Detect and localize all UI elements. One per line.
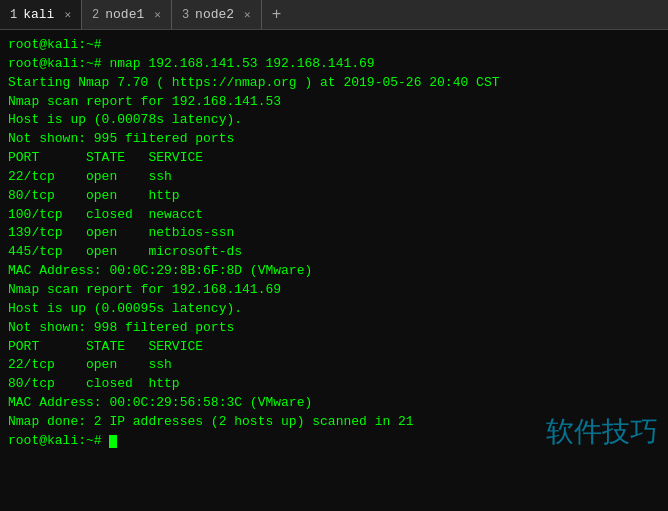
tab-node2-num: 3 <box>182 8 189 22</box>
tab-bar: 1 kali ✕ 2 node1 ✕ 3 node2 ✕ + <box>0 0 668 30</box>
terminal-line: Nmap scan report for 192.168.141.53 <box>8 93 660 112</box>
terminal-line: 139/tcp open netbios-ssn <box>8 224 660 243</box>
terminal-line: Not shown: 995 filtered ports <box>8 130 660 149</box>
terminal-line: Host is up (0.00095s latency). <box>8 300 660 319</box>
tab-kali-close[interactable]: ✕ <box>64 8 71 21</box>
tab-node2-label: node2 <box>195 7 234 22</box>
terminal-line: 100/tcp closed newacct <box>8 206 660 225</box>
tab-node1[interactable]: 2 node1 ✕ <box>82 0 172 29</box>
terminal-line: PORT STATE SERVICE <box>8 338 660 357</box>
terminal-line: MAC Address: 00:0C:29:56:58:3C (VMware) <box>8 394 660 413</box>
terminal-line: MAC Address: 00:0C:29:8B:6F:8D (VMware) <box>8 262 660 281</box>
tab-node2-close[interactable]: ✕ <box>244 8 251 21</box>
terminal-line: 22/tcp open ssh <box>8 168 660 187</box>
tab-kali-num: 1 <box>10 8 17 22</box>
terminal-output[interactable]: root@kali:~#root@kali:~# nmap 192.168.14… <box>0 30 668 511</box>
tab-node1-num: 2 <box>92 8 99 22</box>
terminal-line: Starting Nmap 7.70 ( https://nmap.org ) … <box>8 74 660 93</box>
terminal-line: 80/tcp open http <box>8 187 660 206</box>
tab-kali-label: kali <box>23 7 54 22</box>
terminal-line: root@kali:~# <box>8 36 660 55</box>
terminal-line: Nmap scan report for 192.168.141.69 <box>8 281 660 300</box>
terminal-line: PORT STATE SERVICE <box>8 149 660 168</box>
tab-node1-close[interactable]: ✕ <box>154 8 161 21</box>
terminal-cursor <box>109 435 117 448</box>
terminal-line: 445/tcp open microsoft-ds <box>8 243 660 262</box>
terminal-line: Host is up (0.00078s latency). <box>8 111 660 130</box>
tab-add-button[interactable]: + <box>262 0 292 29</box>
terminal-line: Nmap done: 2 IP addresses (2 hosts up) s… <box>8 413 660 432</box>
terminal-line: 80/tcp closed http <box>8 375 660 394</box>
tab-node2[interactable]: 3 node2 ✕ <box>172 0 262 29</box>
terminal-line: 22/tcp open ssh <box>8 356 660 375</box>
tab-kali[interactable]: 1 kali ✕ <box>0 0 82 29</box>
terminal-line: Not shown: 998 filtered ports <box>8 319 660 338</box>
tab-node1-label: node1 <box>105 7 144 22</box>
terminal-line: root@kali:~# nmap 192.168.141.53 192.168… <box>8 55 660 74</box>
terminal-line: root@kali:~# <box>8 432 660 451</box>
